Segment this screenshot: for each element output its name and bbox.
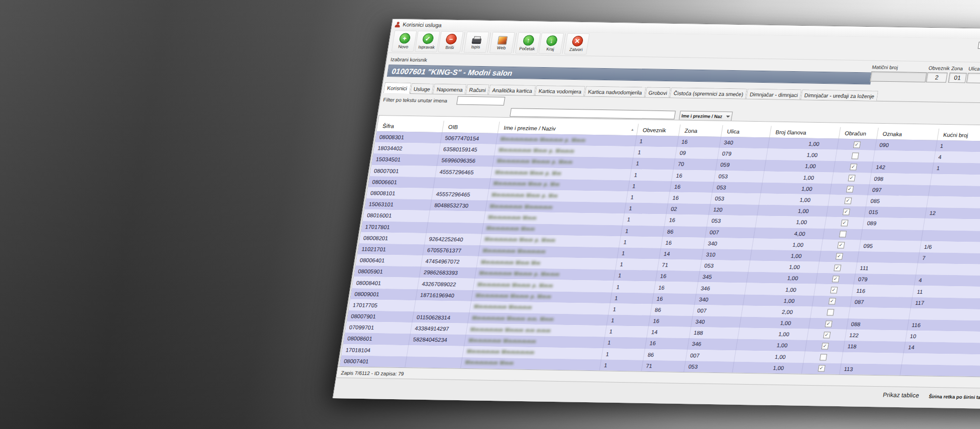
toolbar-button-zatvori[interactable]: ✕ Zatvori [564, 33, 590, 55]
chevron-down-icon [726, 116, 730, 118]
checkbox[interactable]: ✓ [831, 276, 839, 282]
checkbox[interactable]: ✓ [844, 197, 852, 204]
cell-oib: 80488532730 [430, 199, 487, 211]
redacted-name: Mmmmmmm Mmmmmmm [468, 338, 536, 344]
checkbox[interactable] [819, 354, 827, 360]
cell-oznaka: 098 [870, 173, 933, 185]
redacted-name: Mmmmmmm Mmm p. Mm [492, 192, 558, 199]
cell-sifra: 08007401 [339, 355, 407, 367]
column-header-zona[interactable]: Zona ▲ [679, 125, 723, 137]
toolbar-button-web[interactable]: Web [489, 32, 515, 53]
tab-racuni[interactable]: Računi [466, 84, 490, 95]
cell-sifra: 08006401 [356, 254, 423, 266]
selected-user-label: Izabrani korisnik [390, 57, 427, 63]
checkbox[interactable]: ✓ [835, 253, 843, 260]
cell-oib: 67055761377 [423, 244, 480, 256]
column-header-ulica[interactable]: Ulica ▲ [721, 125, 772, 138]
cell-obracun: ✓ [819, 251, 859, 262]
cell-oznaka: 089 [863, 218, 925, 230]
redacted-name: Mmmmmmm Mmm p. Mmm [484, 237, 556, 243]
cell-oib [428, 210, 486, 223]
tab-usluge[interactable]: Usluge [410, 83, 434, 94]
window-title: Korisnici usluga [402, 21, 442, 28]
tab-kartica-nadvodomjerila[interactable]: Kartica nadvodomjerila [584, 86, 646, 97]
checkbox[interactable]: ✓ [849, 164, 857, 170]
cell-oznaka: 090 [875, 139, 938, 151]
cell-zona: 86 [651, 304, 695, 316]
cell-obveznik: 1 [623, 214, 667, 226]
tab-cistoca-spremnici-za-smece[interactable]: Čistoća (spremnici za smeće) [670, 87, 747, 98]
checkbox[interactable]: ✓ [842, 208, 850, 215]
tab-napomena[interactable]: Napomena [433, 84, 467, 94]
column-header-oib[interactable]: OIB ▲ [443, 121, 500, 133]
cell-ulica: 053 [711, 193, 761, 205]
column-header-oznaka[interactable]: Oznaka ▲ [877, 128, 940, 140]
toolbar-button-brisi[interactable]: − Briši [438, 31, 464, 53]
redacted-name: Mmmmmmm Mmm p. Mm [493, 181, 560, 187]
cell-sifra: 17017705 [349, 299, 416, 311]
column-header-sifra[interactable]: Šifra ▲ [377, 120, 445, 132]
cell-obracun: ✓ [832, 172, 872, 184]
tab-analiticka-kartica[interactable]: Analitička kartica [488, 84, 536, 95]
cell-zona: 71 [658, 259, 702, 272]
tab-kartica-vodomjera[interactable]: Kartica vodomjera [535, 85, 585, 96]
tab-korisnici[interactable]: Korisnici [383, 82, 411, 93]
checkbox[interactable]: ✓ [853, 141, 860, 148]
cell-obracun: ✓ [837, 139, 877, 150]
redacted-name: Mmmmmmm Mmm p. Mm [495, 170, 562, 176]
checkbox[interactable]: ✓ [848, 175, 855, 181]
cell-obveznik: 1 [616, 258, 660, 271]
checkbox[interactable]: ✓ [817, 365, 825, 372]
checkbox[interactable]: ✓ [834, 264, 841, 271]
cell-sifra: 08008401 [352, 277, 420, 289]
cell-obracun: ✓ [821, 239, 861, 251]
redacted-name: Mmmmmmm Mmmm mm mmm [470, 327, 552, 334]
column-header-broj-clanova[interactable]: Broj članova ▲ [770, 126, 841, 139]
checkbox[interactable]: ✓ [828, 298, 836, 304]
cell-obveznik: 1 [602, 348, 646, 360]
cell-zona: 86 [663, 226, 707, 238]
toolbar-button-ispravak[interactable]: ✓ Ispravak [415, 31, 440, 52]
cell-ulica: 079 [718, 148, 768, 160]
checkbox[interactable]: ✓ [846, 186, 853, 193]
tab-grobovi[interactable]: Grobovi [645, 87, 671, 97]
checkbox[interactable]: ✓ [837, 242, 845, 248]
checkbox[interactable] [839, 231, 846, 237]
toolbar-button-novo[interactable]: + Novo [391, 30, 417, 52]
field-value-obveznik: 2 [926, 72, 948, 83]
toolbar-button-ispis[interactable]: Ispis [464, 31, 489, 53]
checkbox[interactable]: ✓ [841, 220, 848, 226]
checkbox[interactable]: ✓ [824, 320, 832, 327]
cell-sifra: 08016001 [363, 209, 430, 222]
cell-ulica: 007 [686, 350, 737, 362]
checkbox[interactable]: ✓ [821, 343, 828, 349]
cell-oznaka: 085 [866, 195, 929, 207]
filter-label: Filter po tekstu unutar imena [383, 97, 448, 103]
cell-obveznik: 1 [631, 158, 675, 170]
cell-oznaka: 079 [854, 274, 916, 286]
toolbar-button-pocetak[interactable]: ↑ Početak [515, 32, 541, 54]
checkbox[interactable] [851, 152, 859, 159]
cell-obracun [804, 351, 844, 363]
table-view-mode-dropdown[interactable]: Širina retka po širini tablice [928, 394, 980, 400]
cell-obveznik: 1 [614, 270, 658, 282]
tab-dimnjacar-ure-aji-za-lozenje[interactable]: Dimnjačar - uređaji za loženje [801, 89, 878, 100]
close-icon: ✕ [571, 36, 583, 46]
cell-oznaka [861, 229, 923, 241]
cell-oznaka: 142 [871, 162, 934, 174]
cell-obveznik: 1 [612, 281, 656, 293]
cell-broj-clanova: 1,00 [757, 205, 828, 217]
tab-dimnjacar-dimnjaci[interactable]: Dimnjačar - dimnjaci [746, 89, 802, 100]
image-icon [497, 36, 508, 44]
cell-obracun: ✓ [834, 161, 873, 173]
cell-broj-clanova: 1,00 [759, 193, 830, 205]
checkbox[interactable] [826, 309, 834, 316]
column-header-obracun[interactable]: Obračun ▲ [839, 127, 879, 139]
filter-input[interactable] [456, 96, 505, 105]
checkbox[interactable]: ✓ [830, 287, 838, 293]
column-header-obveznik[interactable]: Obveznik ▲ [637, 124, 681, 136]
cell-kucni-broj [900, 364, 980, 377]
toolbar-button-kraj[interactable]: ↓ Kraj [538, 33, 564, 55]
checkbox[interactable]: ✓ [823, 332, 830, 338]
cell-obveznik: 1 [605, 326, 649, 338]
